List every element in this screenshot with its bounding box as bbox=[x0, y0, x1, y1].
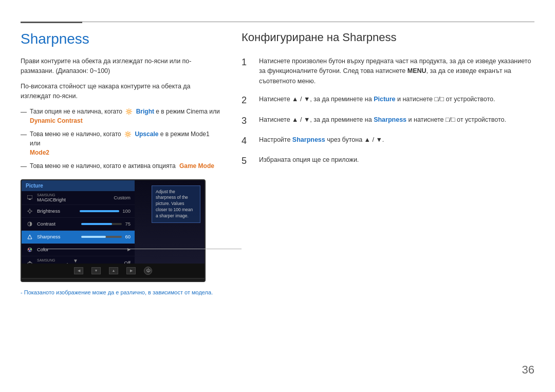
brightness-bar bbox=[80, 210, 119, 212]
monitor-inner: Picture SAMSUNGMAGICBright Custom bbox=[22, 180, 205, 278]
image-note: - Показаното изображение може да е разли… bbox=[21, 289, 221, 295]
step-number-1: 1 bbox=[242, 57, 252, 68]
svg-point-2 bbox=[29, 210, 31, 212]
desc2: По-високата стойност ще накара контурите… bbox=[21, 82, 221, 102]
step-text-4: Настройте Sharpness чрез бутона ▲ / ▼. bbox=[259, 135, 534, 145]
menu-item-color: Color ▶ bbox=[22, 244, 135, 256]
svg-marker-14 bbox=[28, 261, 31, 263]
brightness-icon bbox=[26, 207, 34, 215]
monitor-bezel: Picture SAMSUNGMAGICBright Custom bbox=[21, 179, 206, 279]
svg-rect-0 bbox=[27, 195, 32, 199]
bullet-dash-3: — bbox=[21, 162, 27, 171]
svg-marker-8 bbox=[28, 235, 32, 239]
monitor-icon bbox=[26, 194, 34, 202]
monitor-frame: Picture SAMSUNGMAGICBright Custom bbox=[21, 179, 206, 282]
monitor-controls: ◀ ▼ ▲ ▶ ⏻ bbox=[22, 264, 205, 278]
top-divider-short bbox=[21, 22, 82, 23]
step-1: 1 Натиснете произволен бутон върху предн… bbox=[242, 57, 534, 86]
menu-item-brightness: Brightness 100 bbox=[22, 205, 135, 218]
step-number-2: 2 bbox=[242, 95, 252, 106]
step-number-4: 4 bbox=[242, 135, 252, 147]
monitor-stand bbox=[21, 279, 206, 282]
steps-list: 1 Натиснете произволен бутон върху предн… bbox=[242, 57, 534, 167]
right-btn[interactable]: ▶ bbox=[126, 267, 136, 274]
svg-rect-1 bbox=[29, 199, 31, 200]
right-title: Конфигуриране на Sharpness bbox=[242, 31, 534, 44]
contrast-bar bbox=[81, 223, 122, 225]
bullet-dash-1: — bbox=[21, 107, 27, 117]
right-column: Конфигуриране на Sharpness 1 Натиснете п… bbox=[242, 31, 534, 176]
step-number-3: 3 bbox=[242, 115, 252, 127]
menu-header: Picture bbox=[22, 180, 135, 191]
svg-point-10 bbox=[28, 248, 30, 250]
step-4: 4 Настройте Sharpness чрез бутона ▲ / ▼. bbox=[242, 135, 534, 147]
step-number-5: 5 bbox=[242, 155, 252, 167]
bullet3-text: Това меню не е налично, когато е активна… bbox=[30, 161, 214, 171]
power-btn[interactable]: ⏻ bbox=[144, 267, 152, 275]
step-2: 2 Натиснете ▲ / ▼, за да преминете на Pi… bbox=[242, 95, 534, 106]
sharpness-bar bbox=[81, 236, 122, 238]
step-text-5: Избраната опция ще се приложи. bbox=[259, 155, 534, 165]
page-container: Sharpness Прави контурите на обекта да и… bbox=[0, 0, 555, 392]
bullet2-text: Това меню не е налично, когато 🔆 Upscale… bbox=[30, 129, 221, 157]
up-btn[interactable]: ▲ bbox=[109, 267, 118, 274]
color-icon bbox=[26, 246, 34, 254]
sharpness-icon bbox=[26, 233, 34, 241]
tooltip-box: Adjust the sharpness of the picture. Val… bbox=[152, 185, 200, 223]
page-number: 36 bbox=[522, 363, 534, 377]
bullet-item-2: — Това меню не е налично, когато 🔆 Upsca… bbox=[21, 129, 221, 157]
scroll-indicator: ▼ bbox=[73, 258, 78, 264]
contrast-icon bbox=[26, 220, 34, 228]
top-divider bbox=[21, 22, 534, 22]
menu-item-sharpness: Sharpness 60 bbox=[22, 231, 135, 244]
bullet-dash-2: — bbox=[21, 130, 27, 139]
step-3: 3 Натиснете ▲ / ▼, за да преминете на Sh… bbox=[242, 115, 534, 127]
menu-item-contrast: Contrast 75 bbox=[22, 218, 135, 231]
svg-point-11 bbox=[30, 248, 32, 250]
left-btn[interactable]: ◀ bbox=[74, 267, 83, 274]
bullet-item-3: — Това меню не е налично, когато е актив… bbox=[21, 161, 221, 171]
bullet-item-1: — Тази опция не е налична, когато 🔆 Brig… bbox=[21, 107, 221, 125]
left-column: Sharpness Прави контурите на обекта да и… bbox=[21, 31, 221, 295]
step-text-1: Натиснете произволен бутон върху преднат… bbox=[259, 57, 534, 86]
step-text-3: Натиснете ▲ / ▼, за да преминете на Shar… bbox=[259, 115, 534, 125]
menu-item-magicbright: SAMSUNGMAGICBright Custom bbox=[22, 191, 135, 205]
bullet1-text: Тази опция не е налична, когато 🔆 Bright… bbox=[30, 107, 220, 125]
step-5: 5 Избраната опция ще се приложи. bbox=[242, 155, 534, 167]
section-title: Sharpness bbox=[21, 31, 221, 47]
desc1: Прави контурите на обекта да изглеждат п… bbox=[21, 57, 221, 77]
bullet-section: — Тази опция не е налична, когато 🔆 Brig… bbox=[21, 107, 221, 171]
down-btn[interactable]: ▼ bbox=[91, 267, 101, 274]
step-text-2: Натиснете ▲ / ▼, за да преминете на Pict… bbox=[259, 95, 534, 104]
bottom-divider bbox=[41, 249, 242, 249]
svg-point-12 bbox=[29, 250, 31, 251]
